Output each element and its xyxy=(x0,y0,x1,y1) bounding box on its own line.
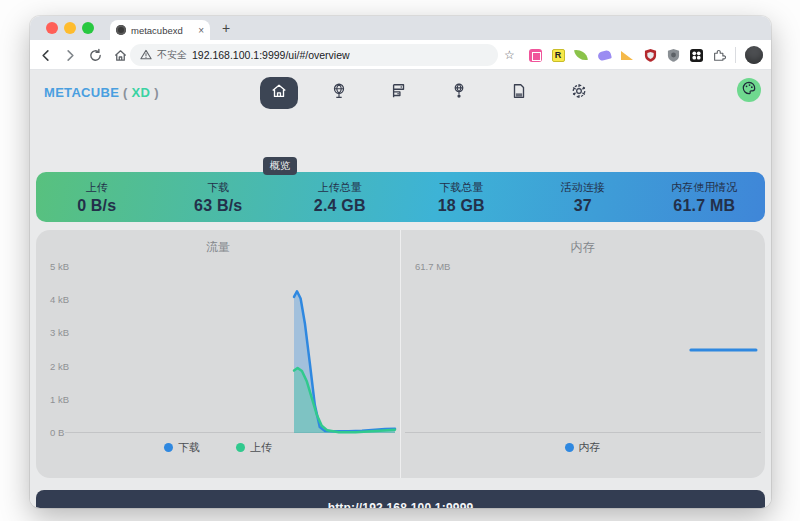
nav-proxies-button[interactable] xyxy=(320,77,358,109)
legend-item[interactable]: 内存 xyxy=(565,440,601,455)
forward-icon[interactable] xyxy=(63,48,78,63)
home-icon[interactable] xyxy=(113,48,128,63)
traffic-plot xyxy=(65,267,395,433)
stat-download: 下载 63 B/s xyxy=(158,180,280,215)
app-header: METACUBE ( XD ) xyxy=(30,70,771,116)
back-icon[interactable] xyxy=(38,48,53,63)
brand-name: METACUBE xyxy=(44,85,119,100)
traffic-legend: 下载上传 xyxy=(36,440,400,455)
address-bar[interactable]: 不安全 192.168.100.1:9999/ui/#/overview xyxy=(130,44,498,66)
legend-dot-icon xyxy=(164,443,173,452)
minimize-window-button[interactable] xyxy=(64,22,76,34)
gray-shield-extension-icon[interactable] xyxy=(666,48,680,62)
legend-dot-icon xyxy=(565,443,574,452)
green-leaf-extension-icon[interactable] xyxy=(574,48,588,62)
red-shield-extension-icon[interactable] xyxy=(643,48,657,62)
black-grid-extension-icon[interactable] xyxy=(689,48,703,62)
browser-toolbar: 不安全 192.168.100.1:9999/ui/#/overview ☆ R… xyxy=(30,40,771,70)
nav-overview-button[interactable] xyxy=(260,77,298,109)
charts-card: 流量 5 kB4 kB3 kB2 kB1 kB0 B 下载上传 内存 61.7 … xyxy=(36,230,765,478)
purple-blob-extension-icon[interactable] xyxy=(597,48,611,62)
globe-connections-icon xyxy=(450,82,468,104)
nav-config-button[interactable] xyxy=(560,77,598,109)
bookmark-star-icon[interactable]: ☆ xyxy=(504,47,515,63)
extensions-row: R ⋮ xyxy=(528,40,771,70)
backend-url-bar[interactable]: http://192.168.100.1:9999 xyxy=(36,490,765,508)
fullscreen-window-button[interactable] xyxy=(82,22,94,34)
metacubexd-page: METACUBE ( XD ) xyxy=(30,70,771,508)
url-text[interactable]: 192.168.100.1:9999/ui/#/overview xyxy=(192,49,350,61)
globe-proxies-icon xyxy=(330,82,348,104)
app-nav xyxy=(260,74,598,112)
theme-switcher-button[interactable] xyxy=(737,78,761,102)
tab-title: metacubexd xyxy=(131,25,193,36)
stat-memory-usage: 内存使用情况 61.7 MB xyxy=(644,180,766,215)
r-yellow-extension-icon[interactable]: R xyxy=(551,48,565,62)
yellow-angle-extension-icon[interactable] xyxy=(620,48,634,62)
tab-close-icon[interactable]: × xyxy=(198,25,204,36)
browser-tab[interactable]: metacubexd × xyxy=(110,20,210,40)
traffic-chart: 流量 5 kB4 kB3 kB2 kB1 kB0 B 下载上传 xyxy=(36,230,400,478)
not-secure-warning-icon[interactable] xyxy=(140,46,152,64)
legend-item[interactable]: 上传 xyxy=(236,440,272,455)
backend-url-text: http://192.168.100.1:9999 xyxy=(328,501,474,508)
puzzle-extensions-icon[interactable] xyxy=(712,48,726,62)
toolbar-divider xyxy=(735,47,736,63)
rules-icon xyxy=(390,82,408,104)
not-secure-label[interactable]: 不安全 xyxy=(157,48,187,62)
screenshot-stage: metacubexd × + 不安全 192.168.100.1:9999/ui… xyxy=(0,0,800,521)
legend-item[interactable]: 下载 xyxy=(164,440,200,455)
pink-box-extension-icon[interactable] xyxy=(528,48,542,62)
home-overview-icon xyxy=(270,82,288,104)
tab-favicon xyxy=(116,25,126,35)
profile-avatar[interactable] xyxy=(745,46,763,64)
stat-download-total: 下载总量 18 GB xyxy=(401,180,523,215)
memory-chart: 内存 61.7 MB 内存 xyxy=(400,230,764,478)
memory-legend: 内存 xyxy=(401,440,764,455)
browser-window: metacubexd × + 不安全 192.168.100.1:9999/ui… xyxy=(30,16,771,508)
nav-rules-button[interactable] xyxy=(380,77,418,109)
settings-gear-icon xyxy=(570,82,588,104)
reload-icon[interactable] xyxy=(88,48,103,63)
stat-upload-total: 上传总量 2.4 GB xyxy=(279,180,401,215)
palette-icon xyxy=(742,81,756,99)
brand-accent: XD xyxy=(132,85,151,100)
overview-tooltip: 概览 xyxy=(263,157,297,175)
new-tab-button[interactable]: + xyxy=(222,20,230,36)
close-window-button[interactable] xyxy=(46,22,58,34)
logs-document-icon xyxy=(510,82,528,104)
app-brand: METACUBE ( XD ) xyxy=(44,85,159,100)
nav-logs-button[interactable] xyxy=(500,77,538,109)
stat-upload: 上传 0 B/s xyxy=(36,180,158,215)
legend-dot-icon xyxy=(236,443,245,452)
memory-plot xyxy=(405,267,761,433)
stat-active-connections: 活动连接 37 xyxy=(522,180,644,215)
traffic-chart-title: 流量 xyxy=(36,239,400,256)
memory-chart-title: 内存 xyxy=(401,239,764,256)
tab-strip: metacubexd × + xyxy=(30,16,771,40)
nav-connections-button[interactable] xyxy=(440,77,478,109)
stats-bar: 上传 0 B/s 下载 63 B/s 上传总量 2.4 GB 下载总量 18 G… xyxy=(36,172,765,222)
